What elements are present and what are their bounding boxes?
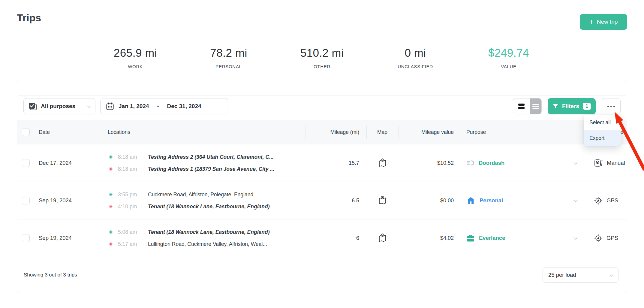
stop-location: Tenant (18 Wannock Lane, Eastbourne, Eng…	[148, 229, 269, 235]
date-range-separator: -	[157, 103, 159, 110]
ellipsis-icon	[607, 106, 615, 107]
purpose-select[interactable]: Personal	[460, 182, 594, 219]
gps-icon	[594, 234, 603, 243]
method-cell: GPS	[594, 219, 627, 257]
trip-mileage-value: $4.02	[398, 219, 460, 257]
trip-end-stop: 8:18 am Testing Address 1 (18379 San Jos…	[109, 165, 274, 174]
method-label: GPS	[606, 197, 618, 204]
purpose-label: Everlance	[479, 235, 505, 241]
filters-count-badge: 1	[583, 103, 591, 110]
stop-location: Testing Address 2 (364 Utah Court, Clare…	[148, 154, 274, 160]
briefcase-icon	[466, 234, 475, 242]
stat-personal: 78.2 mi PERSONAL	[182, 47, 275, 69]
purpose-filter-label: All purposes	[41, 103, 75, 110]
stat-work-label: WORK	[89, 64, 182, 69]
select-all-checkbox[interactable]	[22, 128, 30, 136]
method-cell: Manual	[594, 144, 627, 182]
chevron-down-icon	[609, 273, 613, 276]
manual-entry-icon	[594, 159, 603, 168]
purpose-select[interactable]: Doordash	[460, 144, 594, 182]
more-options-menu: Select all Export	[584, 115, 621, 146]
stop-location: Testing Address 1 (18379 San Jose Avenue…	[148, 166, 274, 172]
stop-time: 8:18 am	[118, 166, 141, 172]
trips-card: All purposes Jan 1, 2024	[17, 95, 627, 293]
stop-location: Tenant (18 Wannock Lane, Eastbourne, Eng…	[148, 204, 269, 210]
column-header-purpose[interactable]: Purpose	[460, 120, 594, 144]
stat-other: 510.2 mi OTHER	[275, 47, 369, 69]
toolbar: All purposes Jan 1, 2024	[17, 95, 627, 120]
more-options-button[interactable]	[602, 98, 621, 114]
column-header-date[interactable]: Date	[35, 120, 99, 144]
table-row: Dec 17, 2024 8:18 am Testing Address 2 (…	[17, 144, 627, 182]
date-range-start: Jan 1, 2024	[119, 103, 149, 110]
stat-other-label: OTHER	[275, 64, 369, 69]
filters-label: Filters	[562, 103, 579, 110]
trip-mileage: 6	[305, 219, 366, 257]
trip-end-stop: 4:10 pm Tenant (18 Wannock Lane, Eastbou…	[109, 202, 269, 211]
plus-icon: +	[589, 18, 594, 26]
new-trip-button[interactable]: + New trip	[580, 14, 627, 30]
trip-end-stop: 5:17 am Lullington Road, Cuckmere Valley…	[109, 240, 269, 249]
menu-item-select-all[interactable]: Select all	[584, 115, 621, 130]
list-view-button[interactable]	[530, 98, 541, 114]
trip-start-stop: 3:55 pm Cuckmere Road, Alfriston, Polega…	[109, 190, 269, 199]
end-dot-icon	[109, 167, 113, 171]
card-view-icon	[518, 104, 525, 109]
trip-start-stop: 5:08 am Tenant (18 Wannock Lane, Eastbou…	[109, 228, 269, 237]
stop-location: Cuckmere Road, Alfriston, Polegate, Engl…	[148, 192, 253, 198]
card-view-button[interactable]	[513, 98, 530, 114]
map-icon[interactable]	[378, 196, 387, 206]
trip-date: Sep 19, 2024	[35, 219, 99, 257]
page-size-select[interactable]: 25 per load	[543, 267, 618, 283]
chevron-down-icon	[87, 104, 91, 108]
map-icon[interactable]	[378, 233, 387, 243]
trip-date: Dec 17, 2024	[35, 144, 99, 182]
menu-item-export[interactable]: Export	[584, 130, 621, 146]
row-checkbox[interactable]	[22, 159, 30, 167]
chevron-down-icon	[574, 161, 578, 165]
stat-work: 265.9 mi WORK	[89, 47, 182, 69]
row-checkbox[interactable]	[22, 234, 30, 242]
purpose-select[interactable]: Everlance	[460, 219, 594, 257]
gps-icon	[594, 196, 603, 205]
column-header-mileage[interactable]: Mileage (mi)	[305, 120, 366, 144]
column-header-map[interactable]: Map	[366, 120, 398, 144]
row-checkbox[interactable]	[22, 197, 30, 204]
stat-other-value: 510.2 mi	[275, 47, 369, 59]
purpose-label: Doordash	[479, 160, 504, 166]
calendar-icon	[106, 102, 114, 110]
trip-mileage: 15.7	[305, 144, 366, 182]
filters-button[interactable]: Filters 1	[548, 98, 596, 114]
stat-work-value: 265.9 mi	[89, 47, 182, 59]
purpose-filter-select[interactable]: All purposes	[23, 98, 95, 114]
stop-time: 5:08 am	[118, 229, 141, 235]
method-label: GPS	[606, 235, 618, 241]
checkbox-stack-icon	[28, 102, 37, 111]
stop-time: 5:17 am	[118, 241, 141, 247]
stat-value: $249.74 VALUE	[462, 47, 555, 69]
method-cell: GPS	[594, 182, 627, 219]
method-label: Manual	[607, 160, 625, 166]
stat-value-value: $249.74	[462, 47, 555, 59]
list-view-icon	[532, 104, 539, 109]
column-header-mileage-value[interactable]: Mileage value	[398, 120, 460, 144]
start-dot-icon	[109, 155, 113, 159]
table-footer: Showing 3 out of 3 trips 25 per load	[17, 257, 627, 293]
chevron-down-icon	[574, 236, 578, 240]
house-icon	[466, 196, 475, 205]
stop-location: Lullington Road, Cuckmere Valley, Alfris…	[148, 241, 267, 247]
date-range-picker[interactable]: Jan 1, 2024 - Dec 31, 2024	[100, 98, 228, 114]
start-dot-icon	[109, 193, 113, 196]
column-header-locations[interactable]: Locations	[99, 120, 305, 144]
page-title: Trips	[17, 0, 627, 24]
map-icon[interactable]	[378, 158, 387, 168]
view-toggle	[513, 98, 542, 114]
purpose-label: Personal	[480, 197, 503, 204]
stats-summary-card: 265.9 mi WORK 78.2 mi PERSONAL 510.2 mi …	[17, 33, 627, 83]
new-trip-label: New trip	[597, 19, 618, 25]
stat-unclassified-label: UNCLASSIFIED	[369, 64, 462, 69]
doordash-icon	[466, 160, 474, 166]
table-row: Sep 19, 2024 5:08 am Tenant (18 Wannock …	[17, 219, 627, 257]
start-dot-icon	[109, 230, 113, 234]
end-dot-icon	[109, 205, 113, 208]
